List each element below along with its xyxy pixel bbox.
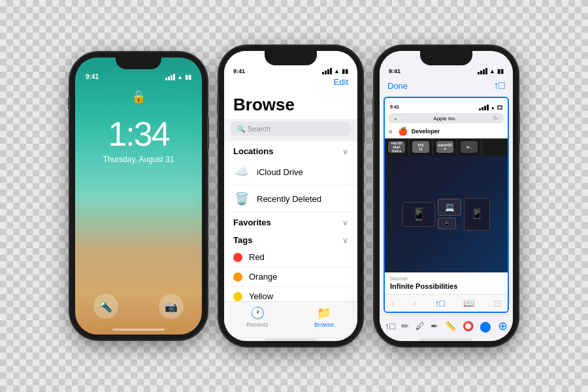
- tag-yellow-dot: [233, 292, 242, 301]
- safari-signal-icon: [478, 68, 487, 74]
- tag-red-dot: [233, 253, 242, 262]
- safari-discover-label: Discover: [385, 272, 508, 282]
- safari-bottom-nav: ‹ › ↑□ 📖 ⊡: [385, 294, 508, 312]
- safari-back-icon[interactable]: ‹: [391, 298, 395, 308]
- recents-tab-label: Recents: [246, 321, 268, 328]
- safari-status-time: 9:41: [389, 68, 400, 74]
- safari-screen: 9:41 ▲ ▮▮ Done ↑□: [380, 51, 513, 341]
- favorites-chevron: ∨: [342, 218, 348, 227]
- watchos-badge: watchOS4: [436, 141, 453, 153]
- home-indicator: [112, 329, 165, 331]
- files-tab-bar: 🕐 Recents 📁 Browse: [224, 301, 357, 337]
- tab-ios[interactable]: iOS11: [409, 139, 433, 155]
- recently-deleted-row[interactable]: 🗑️ Recently Deleted: [224, 186, 357, 212]
- phone-3: 9:41 ▲ ▮▮ Done ↑□: [374, 46, 518, 346]
- favorites-section-header: Favorites ∨: [224, 212, 357, 230]
- ios-badge: iOS11: [412, 141, 429, 153]
- lockscreen-bottom-actions: 🔦 📷: [75, 294, 202, 319]
- lock-icon: 🔒: [131, 90, 146, 104]
- files-status-time: 9:41: [233, 68, 245, 74]
- tag-yellow-label: Yellow: [249, 291, 273, 301]
- tab-macos[interactable]: macOSHigh Sierra: [385, 139, 409, 155]
- browse-tab-label: Browse: [314, 321, 334, 328]
- files-status-icons: ▲ ▮▮: [322, 68, 348, 74]
- inner-wifi-icon: ▲: [491, 105, 495, 110]
- icloud-drive-row[interactable]: ☁️ iCloud Drive: [224, 159, 357, 186]
- flashlight-button[interactable]: 🔦: [93, 294, 118, 319]
- tag-yellow-row[interactable]: Yellow: [224, 287, 357, 301]
- markup-pen-icon[interactable]: ✏: [401, 321, 409, 331]
- safari-tab-strip: macOSHigh Sierra iOS11 watchOS4: [385, 139, 508, 155]
- tags-chevron: ∨: [342, 236, 348, 245]
- tag-orange-label: Orange: [249, 272, 277, 282]
- notch-2: [265, 51, 317, 65]
- safari-share-bottom-icon[interactable]: ↑□: [434, 298, 444, 308]
- tag-red-row[interactable]: Red: [224, 248, 357, 267]
- search-placeholder: Search: [248, 125, 270, 133]
- markup-add-icon[interactable]: ⊕: [498, 319, 508, 333]
- files-list: Locations ∨ ☁️ iCloud Drive 🗑️ Recently …: [224, 141, 357, 301]
- safari-wifi-icon: ▲: [489, 68, 495, 74]
- lockscreen: 9:41 ▲ ▮▮ 🔒 1:34 Thursday, August 31 🔦: [75, 57, 202, 335]
- tab-tv[interactable]: tv...: [457, 139, 482, 155]
- markup-share-icon[interactable]: ↑□: [385, 321, 395, 331]
- tag-red-label: Red: [249, 252, 265, 262]
- safari-status-icons: ▲ ▮▮: [478, 68, 504, 74]
- notch-3: [420, 51, 472, 65]
- safari-inner-status: 9:41 ▲ ■: [385, 98, 508, 112]
- url-refresh-icon[interactable]: ↻: [493, 115, 498, 122]
- tv-badge: tv...: [461, 141, 478, 153]
- markup-ruler-icon[interactable]: 📏: [445, 321, 456, 331]
- files-edit-button[interactable]: Edit: [334, 77, 348, 87]
- safari-inner-icons: ▲ ■: [479, 105, 502, 110]
- recents-tab-icon: 🕐: [250, 306, 265, 320]
- camera-button[interactable]: 📷: [159, 294, 184, 319]
- inner-battery-icon: ■: [497, 105, 502, 110]
- safari-tabs-icon[interactable]: ⊡: [493, 298, 501, 308]
- files-signal-icon: [322, 68, 332, 74]
- favorites-title: Favorites: [233, 218, 271, 227]
- files-wifi-icon: ▲: [334, 68, 340, 74]
- markup-lasso-icon[interactable]: ⭕: [463, 321, 474, 331]
- markup-color-circle[interactable]: ⬤: [480, 320, 491, 333]
- recently-deleted-icon: 🗑️: [233, 190, 250, 207]
- safari-bookmarks-icon[interactable]: 📖: [463, 298, 474, 308]
- recently-deleted-label: Recently Deleted: [257, 194, 321, 204]
- markup-toolbar: ↑□ ✏ 🖊 ✒ 📏 ⭕ ⬤ ⊕: [380, 314, 513, 337]
- locations-section-header: Locations ∨: [224, 141, 357, 159]
- browse-tab-icon: 📁: [317, 306, 331, 320]
- tag-orange-row[interactable]: Orange: [224, 267, 357, 287]
- browse-tab[interactable]: 📁 Browse: [291, 306, 357, 328]
- files-home-indicator: [265, 338, 317, 341]
- phone-2: 9:41 ▲ ▮▮ Edit Browse 🔍 Se: [219, 46, 363, 346]
- safari-hero-image: 📱 💻 📱 📱: [385, 155, 508, 272]
- safari-battery-icon: ▮▮: [497, 68, 504, 74]
- search-icon: 🔍: [237, 125, 245, 133]
- markup-marker-icon[interactable]: 🖊: [416, 321, 425, 331]
- lockscreen-clock: 1:34: [108, 117, 169, 151]
- locations-chevron: ∨: [342, 147, 348, 156]
- tab-watchos[interactable]: watchOS4: [433, 139, 457, 155]
- inner-signal: [479, 105, 489, 110]
- safari-inner-window: 9:41 ▲ ■ ● Apple Inc: [384, 97, 509, 313]
- markup-pencil-icon[interactable]: ✒: [431, 321, 438, 331]
- url-text: Apple Inc.: [397, 116, 493, 122]
- lockscreen-date: Thursday, August 31: [103, 155, 174, 164]
- tags-section-header: Tags ∨: [224, 230, 357, 248]
- safari-site-name: Developer: [412, 128, 440, 135]
- files-search-bar[interactable]: 🔍 Search: [231, 122, 351, 136]
- tag-orange-dot: [233, 272, 242, 282]
- safari-headline: Infinite Possibilities: [385, 282, 508, 294]
- safari-inner-time: 9:41: [390, 105, 399, 110]
- safari-done-button[interactable]: Done: [387, 81, 408, 91]
- safari-menu-icon[interactable]: ≡: [389, 128, 393, 135]
- lockscreen-status-icons: ▲ ▮▮: [165, 73, 191, 80]
- safari-url-bar[interactable]: ● Apple Inc. ↻: [389, 113, 504, 123]
- signal-bars-icon: [165, 74, 175, 80]
- safari-forward-icon[interactable]: ›: [413, 298, 416, 308]
- wifi-icon: ▲: [177, 74, 183, 80]
- safari-share-icon[interactable]: ↑□: [493, 80, 505, 91]
- icloud-drive-label: iCloud Drive: [257, 167, 303, 177]
- recents-tab[interactable]: 🕐 Recents: [224, 306, 291, 328]
- phone-1: 9:41 ▲ ▮▮ 🔒 1:34 Thursday, August 31 🔦: [70, 52, 207, 340]
